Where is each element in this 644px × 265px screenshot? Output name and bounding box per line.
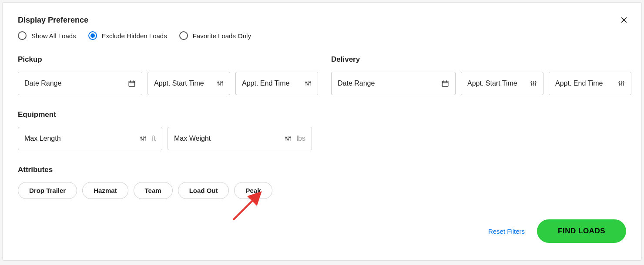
sliders-icon: [217, 80, 224, 87]
svg-point-17: [309, 82, 311, 83]
input-label: Max Length: [24, 135, 136, 142]
attribute-chips-row: Drop Trailer Hazmat Team Load Out Peak: [18, 182, 626, 199]
chip-team[interactable]: Team: [134, 182, 173, 199]
input-label: Appt. Start Time: [154, 80, 213, 87]
delivery-appt-end-input[interactable]: Appt. End Time: [549, 72, 631, 95]
pickup-appt-start-input[interactable]: Appt. Start Time: [148, 72, 230, 95]
svg-point-9: [220, 84, 221, 85]
sliders-icon: [140, 135, 147, 142]
svg-point-7: [218, 82, 219, 83]
input-label: Appt. Start Time: [467, 80, 527, 87]
svg-rect-18: [442, 81, 448, 86]
filter-panel: Display Preference Show All Loads Exclud…: [2, 2, 642, 261]
radio-label: Exclude Hidden Loads: [102, 32, 167, 40]
display-preference-title: Display Preference: [18, 16, 626, 25]
reset-filters-link[interactable]: Reset Filters: [488, 228, 525, 235]
radio-label: Show All Loads: [31, 32, 76, 40]
pickup-title: Pickup: [18, 55, 318, 64]
svg-rect-2: [129, 81, 135, 86]
svg-point-39: [144, 137, 146, 138]
chip-peak[interactable]: Peak: [234, 182, 272, 199]
radio-exclude-hidden-loads[interactable]: Exclude Hidden Loads: [88, 31, 167, 40]
radio-favorite-loads-only[interactable]: Favorite Loads Only: [179, 31, 251, 40]
close-button[interactable]: [620, 16, 628, 24]
svg-point-25: [533, 84, 534, 85]
attributes-title: Attributes: [18, 166, 626, 174]
input-label: Appt. End Time: [555, 80, 614, 87]
max-weight-input[interactable]: Max Weight lbs: [168, 127, 312, 150]
svg-point-27: [535, 82, 536, 83]
sliders-icon: [530, 80, 537, 87]
pickup-delivery-row: Pickup Date Range Appt. Start Time: [18, 55, 626, 95]
radio-icon: [88, 31, 97, 40]
svg-point-13: [305, 82, 307, 83]
input-label: Date Range: [338, 80, 438, 87]
sliders-icon: [618, 80, 625, 87]
svg-point-31: [621, 84, 622, 85]
chip-drop-trailer[interactable]: Drop Trailer: [18, 182, 77, 199]
delivery-title: Delivery: [331, 55, 631, 64]
calendar-icon: [128, 80, 136, 87]
footer-actions: Reset Filters FIND LOADS: [488, 219, 626, 243]
sliders-icon: [305, 80, 312, 87]
pickup-appt-end-input[interactable]: Appt. End Time: [235, 72, 318, 95]
radio-show-all-loads[interactable]: Show All Loads: [18, 31, 76, 40]
attributes-section: Attributes Drop Trailer Hazmat Team Load…: [18, 166, 626, 199]
pickup-date-range-input[interactable]: Date Range: [18, 72, 142, 95]
input-label: Max Weight: [174, 135, 281, 142]
svg-point-43: [287, 139, 288, 140]
equipment-section: Equipment Max Length ft Max Weight: [18, 110, 626, 150]
input-label: Appt. End Time: [242, 80, 301, 87]
calendar-icon: [441, 80, 449, 87]
svg-point-35: [141, 137, 142, 139]
svg-point-41: [285, 137, 287, 139]
delivery-appt-start-input[interactable]: Appt. Start Time: [461, 72, 543, 95]
display-preference-radios: Show All Loads Exclude Hidden Loads Favo…: [18, 31, 626, 40]
pickup-column: Pickup Date Range Appt. Start Time: [18, 55, 318, 95]
radio-label: Favorite Loads Only: [193, 32, 251, 40]
svg-point-29: [619, 82, 620, 83]
input-label: Date Range: [24, 80, 124, 87]
max-length-input[interactable]: Max Length ft: [18, 127, 162, 150]
radio-icon: [18, 31, 27, 40]
close-icon: [620, 18, 628, 26]
unit-label: lbs: [297, 135, 305, 142]
delivery-date-range-input[interactable]: Date Range: [331, 72, 456, 95]
svg-point-37: [143, 139, 144, 140]
chip-hazmat[interactable]: Hazmat: [82, 182, 128, 199]
svg-point-45: [289, 137, 291, 138]
chip-load-out[interactable]: Load Out: [178, 182, 229, 199]
svg-point-33: [623, 82, 624, 83]
svg-point-15: [308, 84, 309, 85]
equipment-title: Equipment: [18, 110, 626, 119]
radio-icon: [179, 31, 188, 40]
svg-point-11: [221, 82, 223, 83]
sliders-icon: [285, 135, 292, 142]
find-loads-button[interactable]: FIND LOADS: [537, 219, 626, 243]
unit-label: ft: [152, 135, 156, 142]
svg-point-23: [531, 82, 532, 83]
delivery-column: Delivery Date Range Appt. Start Time: [331, 55, 631, 95]
